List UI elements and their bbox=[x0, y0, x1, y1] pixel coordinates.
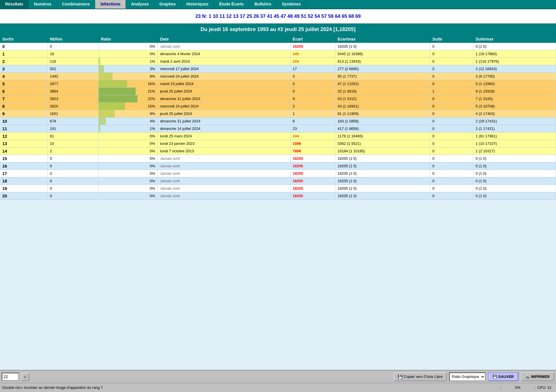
table-row[interactable]: 000%Jamais sorti1820518205 (1 0)00 (1 0) bbox=[0, 43, 556, 50]
cell-date: dimanche 14 juillet 2024 bbox=[157, 125, 290, 132]
cell-sortis: 16 bbox=[0, 162, 47, 170]
cell-sortis: 11 bbox=[0, 125, 47, 132]
cell-suitemax: 0 (1 0) bbox=[473, 170, 556, 177]
table-row[interactable]: 6386421%jeudi 25 juillet 2024032 (1 6818… bbox=[0, 88, 556, 95]
cell-date: Jamais sorti bbox=[157, 177, 290, 185]
table-row[interactable]: 2000%Jamais sorti1820518205 (1 0)00 (1 0… bbox=[0, 192, 556, 200]
cell-suite: 0 bbox=[430, 192, 473, 200]
menu-item-sélections[interactable]: Sélections bbox=[95, 0, 126, 9]
cell-ecart: 18205 bbox=[290, 155, 335, 162]
cell-sortis: 0 bbox=[0, 43, 47, 50]
cell-sortis: 7 bbox=[0, 95, 47, 103]
table-row[interactable]: 414928%mercredi 24 juillet 2024395 (1 77… bbox=[0, 73, 556, 80]
copy-choix-libre-button[interactable]: 💾 Copier vers Choix Libre bbox=[394, 372, 447, 381]
table-row[interactable]: 916519%jeudi 25 juillet 2024181 (1 11909… bbox=[0, 110, 556, 118]
print-button[interactable]: 🖨️ IMPRIMER bbox=[521, 372, 554, 381]
menu-item-bulletins[interactable]: Bulletins bbox=[249, 0, 277, 9]
cell-nbfois: 2877 bbox=[47, 80, 99, 88]
ratio-graphique-dropdown[interactable]: Ratio Graphique bbox=[449, 372, 486, 381]
cell-sortis: 9 bbox=[0, 110, 47, 118]
cell-nbfois: 2 bbox=[47, 147, 99, 155]
cell-nbfois: 3864 bbox=[47, 88, 99, 95]
cell-date: Jamais sorti bbox=[157, 162, 290, 170]
table-row[interactable]: 106784%dimanche 21 juillet 20248183 (1 5… bbox=[0, 118, 556, 125]
cell-ecartmax: 18205 (1 0) bbox=[335, 170, 430, 177]
save-button[interactable]: 💾 SAUVER bbox=[488, 372, 518, 381]
cell-nbfois: 0 bbox=[47, 185, 99, 192]
cell-sortis: 20 bbox=[0, 192, 47, 200]
table-row[interactable]: 1900%Jamais sorti1820518205 (1 0)00 (1 0… bbox=[0, 185, 556, 192]
col-header-date: Date bbox=[157, 35, 290, 43]
status-text: Double-clic= Accéder au dernier tirage d… bbox=[2, 385, 501, 390]
cell-suitemax: 1 (10 17107) bbox=[473, 140, 556, 147]
cell-ratio: 0% bbox=[99, 170, 158, 177]
status-bar: Double-clic= Accéder au dernier tirage d… bbox=[0, 383, 556, 392]
cell-sortis: 2 bbox=[0, 58, 47, 65]
table-row[interactable]: 13100%lundi 23 janvier 202310983362 (1 5… bbox=[0, 140, 556, 147]
menu-item-analyses[interactable]: Analyses bbox=[126, 0, 154, 9]
table-row[interactable]: 111911%dimanche 14 juillet 202423417 (1 … bbox=[0, 125, 556, 132]
copy-btn-label: Copier vers Choix Libre bbox=[404, 374, 443, 379]
rank-icon-button[interactable]: ✓ bbox=[21, 373, 29, 381]
cell-suite: 0 bbox=[430, 140, 473, 147]
cell-ecart: 0 bbox=[290, 88, 335, 95]
cell-ecart: 1098 bbox=[290, 140, 335, 147]
cell-suite: 0 bbox=[430, 110, 473, 118]
cell-sortis: 18 bbox=[0, 177, 47, 185]
col-header-suitemax: Suitemax bbox=[473, 35, 556, 43]
cell-ratio: 3% bbox=[99, 65, 158, 73]
cell-ecartmax: 43 (1 5312) bbox=[335, 95, 430, 103]
cell-sortis: 14 bbox=[0, 147, 47, 155]
menu-item-historiques[interactable]: Historiques bbox=[181, 0, 214, 9]
menu-item-systèmes[interactable]: Systèmes bbox=[277, 0, 306, 9]
table-row[interactable]: 1700%Jamais sorti1820518205 (1 0)00 (1 0… bbox=[0, 170, 556, 177]
table-row[interactable]: 21161%mardi 2 avril 2024229613 (1 13433)… bbox=[0, 58, 556, 65]
cell-ratio: 22% bbox=[99, 95, 158, 103]
cell-ecart: 18205 bbox=[290, 185, 335, 192]
cell-ecartmax: 18205 (1 0) bbox=[335, 177, 430, 185]
cell-suitemax: 2 (1 17421) bbox=[473, 125, 556, 132]
cell-ratio: 0% bbox=[99, 132, 158, 140]
cell-ecartmax: 32 (1 6818) bbox=[335, 88, 430, 95]
table-container: SortisNbfoisRatioDateEcartEcartmaxSuiteS… bbox=[0, 35, 556, 370]
cell-ecartmax: 95 (1 7727) bbox=[335, 73, 430, 80]
cell-nbfois: 18 bbox=[47, 50, 99, 58]
table-row[interactable]: 8282015%mercredi 24 juillet 2024243 (1 1… bbox=[0, 103, 556, 110]
col-header-suite: Suite bbox=[430, 35, 473, 43]
cell-suite: 0 bbox=[430, 155, 473, 162]
cell-ratio: 15% bbox=[99, 103, 158, 110]
cell-nbfois: 0 bbox=[47, 192, 99, 200]
table-row[interactable]: 7392322%dimanche 21 juillet 2024943 (1 5… bbox=[0, 95, 556, 103]
menu-item-numéros[interactable]: Numéros bbox=[29, 0, 57, 9]
cell-suitemax: 8 (1 15928) bbox=[473, 88, 556, 95]
table-row[interactable]: 1180%dimanche 4 février 20243455445 (1 1… bbox=[0, 50, 556, 58]
cell-ecartmax: 18205 (1 0) bbox=[335, 185, 430, 192]
cell-date: mercredi 17 juillet 2024 bbox=[157, 65, 290, 73]
menu-item-étude-écarts[interactable]: Étude Écarts bbox=[214, 0, 249, 9]
rank-input[interactable] bbox=[2, 373, 19, 381]
cell-sortis: 1 bbox=[0, 50, 47, 58]
cell-ecartmax: 43 (1 16931) bbox=[335, 103, 430, 110]
menu-item-graphes[interactable]: Graphes bbox=[154, 0, 181, 9]
cell-nbfois: 0 bbox=[47, 177, 99, 185]
menu-item-résultats[interactable]: Résultats bbox=[0, 0, 29, 9]
status-cpu: CPU: 12 bbox=[535, 385, 554, 390]
menu-item-combinaisons[interactable]: Combinaisons bbox=[57, 0, 95, 9]
table-row[interactable]: 35023%mercredi 17 juillet 202417277 (2 6… bbox=[0, 65, 556, 73]
table-row[interactable]: 5287716%mardi 23 juillet 2024547 (1 1155… bbox=[0, 80, 556, 88]
cell-suite: 0 bbox=[430, 185, 473, 192]
main-table: SortisNbfoisRatioDateEcartEcartmaxSuiteS… bbox=[0, 35, 556, 200]
table-row[interactable]: 1420%lundi 7 octobre 2013788810184 (1 10… bbox=[0, 147, 556, 155]
table-row[interactable]: 12610%lundi 25 mars 20242441176 (1 16465… bbox=[0, 132, 556, 140]
cell-ratio: 16% bbox=[99, 80, 158, 88]
save-label: SAUVER bbox=[498, 374, 514, 379]
cell-sortis: 6 bbox=[0, 88, 47, 95]
col-header-sortis: Sortis bbox=[0, 35, 47, 43]
cell-ecartmax: 47 (1 11552) bbox=[335, 80, 430, 88]
table-row[interactable]: 1500%Jamais sorti1820518205 (1 0)00 (1 0… bbox=[0, 155, 556, 162]
table-row[interactable]: 1800%Jamais sorti1820518205 (1 0)00 (1 0… bbox=[0, 177, 556, 185]
cell-suite: 0 bbox=[430, 80, 473, 88]
cell-date: mardi 2 avril 2024 bbox=[157, 58, 290, 65]
table-row[interactable]: 1600%Jamais sorti1820518205 (1 0)00 (1 0… bbox=[0, 162, 556, 170]
cell-sortis: 3 bbox=[0, 65, 47, 73]
